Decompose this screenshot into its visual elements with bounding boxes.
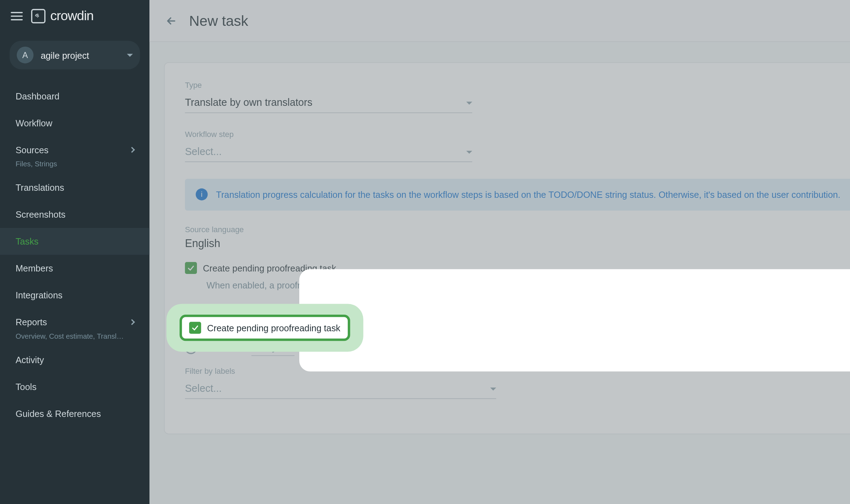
type-select[interactable]: Translate by own translators (185, 93, 472, 113)
sidebar-item-sources[interactable]: Sources (0, 136, 150, 163)
sidebar-item-activity[interactable]: Activity (0, 346, 150, 373)
chevron-right-icon (129, 319, 135, 325)
info-icon: i (196, 188, 208, 200)
sidebar-item-tasks[interactable]: Tasks (0, 228, 150, 255)
menu-toggle[interactable] (11, 12, 23, 21)
sidebar-item-reports[interactable]: Reports (0, 309, 150, 336)
source-lang-value: English (185, 237, 850, 250)
sidebar-sub-reports: Overview, Cost estimate, Transl… (0, 332, 150, 346)
caret-down-icon (466, 150, 472, 153)
workflow-select[interactable]: Select... (185, 142, 472, 162)
highlighted-checkbox[interactable] (189, 322, 201, 334)
page-title: New task (189, 12, 248, 29)
workflow-placeholder: Select... (185, 146, 222, 158)
sidebar-item-screenshots[interactable]: Screenshots (0, 201, 150, 228)
workflow-label: Workflow step (185, 130, 850, 139)
filter-labels-select[interactable]: Select... (185, 379, 496, 399)
pending-proofreading-checkbox[interactable] (185, 262, 197, 274)
sidebar-item-guides[interactable]: Guides & References (0, 400, 150, 427)
sidebar-item-integrations[interactable]: Integrations (0, 282, 150, 309)
sidebar-item-members[interactable]: Members (0, 255, 150, 282)
brand-name: crowdin (50, 8, 94, 24)
project-avatar: A (17, 47, 33, 63)
caret-down-icon (490, 387, 496, 390)
type-label: Type (185, 81, 850, 90)
info-text: Translation progress calculation for the… (216, 188, 840, 201)
spotlight-cutout (299, 269, 850, 372)
info-banner: i Translation progress calculation for t… (185, 179, 850, 211)
sidebar-item-workflow[interactable]: Workflow (0, 109, 150, 136)
project-name: agile project (41, 50, 120, 60)
filter-placeholder: Select... (185, 383, 222, 395)
sidebar-item-translations[interactable]: Translations (0, 174, 150, 201)
caret-down-icon (127, 53, 133, 56)
highlighted-checkbox-label: Create pending proofreading task (207, 323, 340, 333)
project-selector[interactable]: A agile project (10, 41, 140, 69)
crowdin-logo-icon (31, 9, 46, 23)
logo[interactable]: crowdin (31, 8, 94, 24)
sidebar-sub-sources: Files, Strings (0, 160, 150, 174)
source-lang-label: Source language (185, 225, 850, 234)
sidebar-item-tools[interactable]: Tools (0, 373, 150, 400)
sidebar-item-dashboard[interactable]: Dashboard (0, 82, 150, 109)
type-value: Translate by own translators (185, 97, 312, 109)
highlight-callout: Create pending proofreading task (166, 304, 363, 352)
back-arrow-icon[interactable] (165, 15, 177, 27)
caret-down-icon (466, 101, 472, 104)
chevron-right-icon (129, 147, 135, 153)
